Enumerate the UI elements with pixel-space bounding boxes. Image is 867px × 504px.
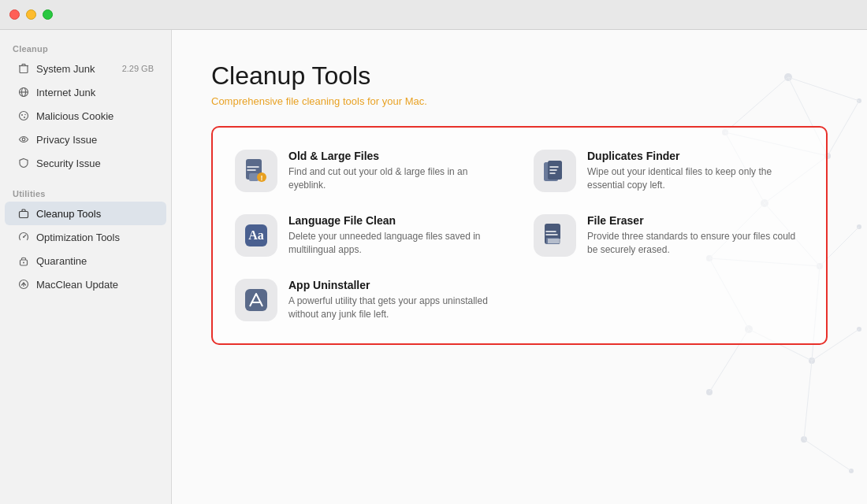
privacy-issue-label: Privacy Issue xyxy=(36,134,97,146)
cleanup-section-label: Cleanup xyxy=(0,39,171,57)
tool-item-app-uninstaller[interactable]: App Uninstaller A powerful utility that … xyxy=(229,272,512,328)
svg-rect-65 xyxy=(245,289,267,311)
svg-text:!: ! xyxy=(261,174,263,182)
trash-icon xyxy=(17,62,30,75)
app-body: Cleanup System Junk 2.29 GB xyxy=(0,30,867,504)
svg-point-10 xyxy=(24,117,25,118)
minimize-button[interactable] xyxy=(26,9,36,20)
duplicates-finder-name: Duplicates Finder xyxy=(587,150,804,162)
file-eraser-text: File Eraser Provide three standards to e… xyxy=(587,214,804,257)
svg-text:Aa: Aa xyxy=(248,228,264,242)
security-issue-label: Security Issue xyxy=(36,158,101,169)
lock-icon xyxy=(17,254,30,267)
svg-rect-13 xyxy=(20,212,28,218)
svg-point-27 xyxy=(857,224,861,229)
svg-point-11 xyxy=(24,114,26,116)
app-uninstaller-desc: A powerful utility that gets your apps u… xyxy=(288,295,505,321)
sidebar-item-quarantine[interactable]: Quarantine xyxy=(5,249,166,272)
svg-point-9 xyxy=(21,114,23,116)
sidebar-item-internet-junk[interactable]: Internet Junk xyxy=(5,80,166,104)
app-uninstaller-name: App Uninstaller xyxy=(288,279,505,291)
file-eraser-desc: Provide three standards to ensure your f… xyxy=(587,230,804,257)
content-area: Cleanup Tools Comprehensive file cleanin… xyxy=(211,61,828,345)
utilities-section-label: Utilities xyxy=(0,184,171,202)
sidebar-item-optimization-tools[interactable]: Optimization Tools xyxy=(5,225,166,249)
shield-icon xyxy=(17,157,30,169)
sidebar-item-malicious-cookie[interactable]: Malicious Cookie xyxy=(5,104,166,128)
internet-junk-label: Internet Junk xyxy=(36,87,95,98)
sidebar-item-macclean-update[interactable]: MacClean Update xyxy=(5,272,166,296)
duplicates-finder-desc: Wipe out your identical files to keep on… xyxy=(587,165,804,192)
language-file-clean-text: Language File Clean Delete your unneeded… xyxy=(288,214,505,257)
gauge-icon xyxy=(17,231,30,243)
svg-point-30 xyxy=(857,327,861,332)
quarantine-label: Quarantine xyxy=(36,255,87,267)
sidebar-item-security-issue[interactable]: Security Issue xyxy=(5,151,166,175)
svg-point-12 xyxy=(22,138,25,141)
tool-item-language-file-clean[interactable]: Aa Language File Clean Delete your unnee… xyxy=(229,208,512,263)
duplicates-finder-icon xyxy=(534,150,576,192)
old-large-files-name: Old & Large Files xyxy=(288,150,505,162)
svg-point-23 xyxy=(857,98,861,103)
svg-point-29 xyxy=(809,358,815,364)
language-file-clean-name: Language File Clean xyxy=(288,214,505,227)
globe-icon xyxy=(17,86,30,98)
sidebar-item-cleanup-tools[interactable]: Cleanup Tools xyxy=(5,202,166,225)
tool-grid: ! Old & Large Files Find and cut out you… xyxy=(211,126,828,345)
tool-item-file-eraser[interactable]: File Eraser Provide three standards to e… xyxy=(527,208,810,263)
svg-point-32 xyxy=(801,436,807,443)
page-title: Cleanup Tools xyxy=(211,61,828,91)
arrow-up-icon xyxy=(17,278,30,291)
eye-icon xyxy=(17,133,30,146)
app-uninstaller-text: App Uninstaller A powerful utility that … xyxy=(288,279,505,321)
file-eraser-name: File Eraser xyxy=(587,214,804,227)
main-content: Cleanup Tools Comprehensive file cleanin… xyxy=(172,30,867,504)
svg-point-17 xyxy=(23,262,24,264)
optimization-tools-label: Optimization Tools xyxy=(36,232,120,243)
svg-point-15 xyxy=(23,236,24,238)
old-large-files-desc: Find and cut out your old & large files … xyxy=(288,165,505,192)
svg-point-31 xyxy=(706,389,713,395)
svg-line-50 xyxy=(804,361,812,439)
fullscreen-button[interactable] xyxy=(43,9,53,20)
old-large-files-text: Old & Large Files Find and cut out your … xyxy=(288,150,505,192)
page-subtitle: Comprehensive file cleaning tools for yo… xyxy=(211,95,828,107)
svg-line-37 xyxy=(828,101,859,156)
tool-item-old-large-files[interactable]: ! Old & Large Files Find and cut out you… xyxy=(229,143,512,198)
close-button[interactable] xyxy=(9,9,20,20)
file-eraser-icon xyxy=(534,214,576,257)
tool-item-duplicates-finder[interactable]: Duplicates Finder Wipe out your identica… xyxy=(527,143,810,198)
language-file-clean-desc: Delete your unneeded language files save… xyxy=(288,230,505,257)
macclean-update-label: MacClean Update xyxy=(36,279,118,291)
cookie-icon xyxy=(17,109,30,122)
language-file-clean-icon: Aa xyxy=(235,214,277,257)
sidebar-item-privacy-issue[interactable]: Privacy Issue xyxy=(5,128,166,151)
svg-rect-0 xyxy=(20,66,28,73)
app-uninstaller-icon xyxy=(235,279,277,321)
svg-point-8 xyxy=(20,112,28,120)
svg-line-51 xyxy=(804,439,851,471)
titlebar xyxy=(0,0,867,30)
sidebar-item-system-junk[interactable]: System Junk 2.29 GB xyxy=(5,57,166,80)
sidebar: Cleanup System Junk 2.29 GB xyxy=(0,30,172,504)
malicious-cookie-label: Malicious Cookie xyxy=(36,110,113,122)
old-large-files-icon: ! xyxy=(235,150,277,192)
cleanup-tools-label: Cleanup Tools xyxy=(36,208,101,220)
system-junk-label: System Junk xyxy=(36,63,95,75)
duplicates-finder-text: Duplicates Finder Wipe out your identica… xyxy=(587,150,804,192)
briefcase-icon xyxy=(17,207,30,220)
svg-point-33 xyxy=(849,469,854,473)
system-junk-badge: 2.29 GB xyxy=(122,64,154,73)
